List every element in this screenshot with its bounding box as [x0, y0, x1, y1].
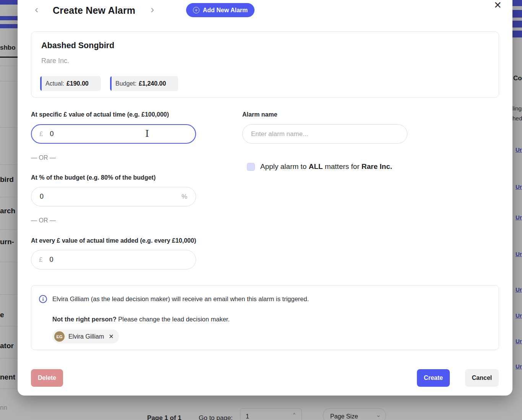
lead-decision-maker-info-box: i Elvira Gilliam (as the lead decision m…: [31, 285, 499, 350]
alarm-name-label: Alarm name: [242, 111, 277, 118]
chevron-left-icon[interactable]: ‹: [35, 5, 38, 15]
cancel-button[interactable]: Cancel: [465, 369, 499, 387]
apply-all-checkbox[interactable]: [247, 163, 255, 171]
chevron-right-icon[interactable]: ›: [151, 5, 154, 15]
screen: shbo bird arch urn- e ator nent nn Co li…: [0, 0, 522, 420]
plus-circle-icon: +: [193, 7, 199, 13]
every-value-label: At every £ value of actual time added (e…: [31, 237, 196, 244]
alarm-name-field[interactable]: [242, 124, 407, 144]
apply-all-label: Apply alarm to ALL matters for Rare Inc.: [260, 162, 392, 171]
matter-name: Abashed Songbird: [41, 41, 114, 50]
modal-title: Create New Alarm: [53, 5, 135, 16]
percent-value: 0: [40, 193, 44, 201]
badge-accent-bar: [110, 76, 112, 91]
percent-input[interactable]: 0 %: [31, 187, 196, 206]
apply-all-bold: ALL: [309, 162, 323, 170]
avatar: EG: [54, 331, 65, 342]
info-line-2: Not the right person? Please change the …: [52, 316, 230, 323]
chip-name: Elvira Gilliam: [68, 333, 104, 340]
pound-prefix: £: [39, 130, 43, 138]
create-button[interactable]: Create: [417, 369, 450, 387]
apply-all-text: Apply alarm to: [260, 162, 309, 170]
add-new-alarm-button[interactable]: + Add New Alarm: [186, 3, 255, 17]
info-line-2-rest: Please change the lead decision maker.: [117, 316, 230, 323]
info-line-1: Elvira Gilliam (as the lead decision mak…: [52, 295, 309, 303]
actual-label: Actual:: [45, 80, 64, 87]
info-line-2-bold: Not the right person?: [52, 316, 117, 323]
text-cursor-icon: I: [145, 128, 149, 139]
or-divider: — OR —: [31, 217, 56, 224]
matter-client: Rare Inc.: [41, 57, 69, 65]
percent-label: At % of the budget (e.g. 80% of the budg…: [31, 174, 156, 181]
apply-all-text: matters for: [323, 162, 362, 170]
apply-all-bold: Rare Inc.: [362, 162, 392, 170]
specific-value: 0: [50, 130, 53, 138]
chip-remove-icon[interactable]: ✕: [109, 333, 113, 340]
lead-decision-maker-chip: EG Elvira Gilliam ✕: [52, 329, 119, 344]
specific-value-label: At specific £ value of actual time (e.g.…: [31, 111, 169, 118]
info-icon: i: [39, 295, 47, 303]
actual-badge: Actual: £190.00: [40, 76, 101, 91]
actual-value: £190.00: [66, 80, 89, 87]
budget-badge: Budget: £1,240.00: [110, 76, 178, 91]
delete-button[interactable]: Delete: [31, 369, 63, 387]
specific-value-input[interactable]: £ 0 I: [31, 124, 196, 144]
close-icon[interactable]: ✕: [494, 0, 502, 10]
create-alarm-modal: ‹ Create New Alarm › + Add New Alarm ✕ A…: [18, 0, 512, 396]
pound-prefix: £: [39, 256, 42, 264]
badge-accent-bar: [40, 76, 42, 91]
budget-value: £1,240.00: [139, 80, 166, 87]
add-new-alarm-label: Add New Alarm: [203, 7, 248, 14]
budget-label: Budget:: [115, 80, 136, 87]
every-value-input[interactable]: £ 0: [31, 250, 196, 269]
or-divider: — OR —: [31, 154, 56, 161]
alarm-name-input[interactable]: [251, 130, 389, 138]
every-value: 0: [49, 256, 53, 264]
matter-card: Abashed Songbird Rare Inc. Actual: £190.…: [31, 31, 499, 98]
percent-suffix: %: [182, 193, 187, 201]
